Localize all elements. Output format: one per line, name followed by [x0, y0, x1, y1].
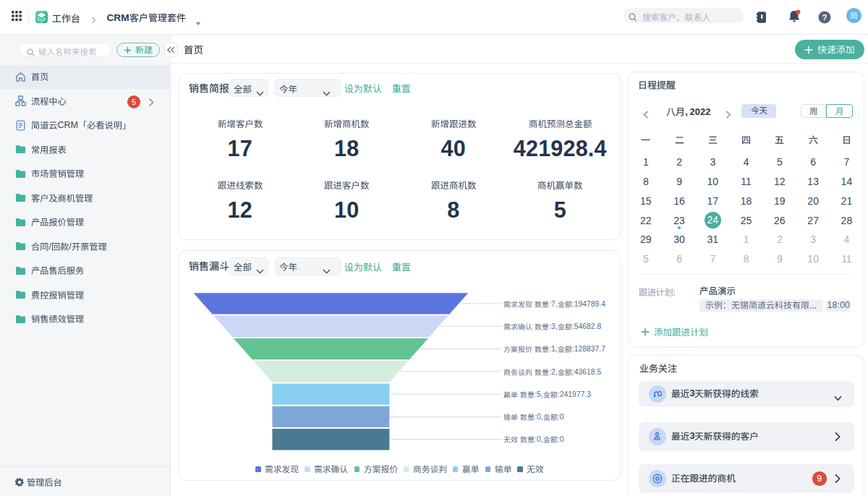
svg-text:?: ? [822, 13, 827, 22]
